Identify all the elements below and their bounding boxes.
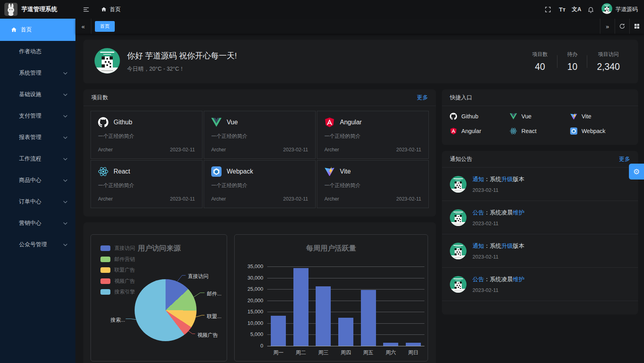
logo-area[interactable]: 芋道管理系统 <box>0 3 75 16</box>
tabs-scroll-left-button[interactable]: « <box>75 19 91 34</box>
tab-home[interactable]: 首页 <box>95 21 115 32</box>
pie-callout-label-4: 搜索... <box>104 317 125 324</box>
project-card-vite[interactable]: Vite一个正经的简介Archer2023-02-11 <box>317 160 429 208</box>
legend-label: 邮件营销 <box>114 256 135 263</box>
notice-item-0[interactable]: 通知：系统升级版本2023-02-11 <box>442 168 638 201</box>
quick-link-github[interactable]: Github <box>450 110 510 122</box>
sidebar-item-label: 公众号管理 <box>19 241 47 248</box>
notice-more-link[interactable]: 更多 <box>619 156 630 163</box>
project-card-webpack[interactable]: Webpack一个正经的简介Archer2023-02-11 <box>204 160 316 208</box>
sidebar-item-8[interactable]: 订单中心 <box>0 191 75 212</box>
notice-title: 公告：系统凌晨维护 <box>472 209 630 216</box>
tag-view-bar: « 首页 » <box>75 19 644 34</box>
quick-link-label: Github <box>461 113 478 120</box>
x-tick-label: 周日 <box>402 349 424 356</box>
grid-layout-icon[interactable] <box>629 19 644 34</box>
sidebar-item-9[interactable]: 营销中心 <box>0 212 75 234</box>
sidebar-item-0[interactable]: 首页 <box>0 19 75 41</box>
sidebar-item-label: 工作流程 <box>19 155 41 162</box>
bar-周五 <box>361 290 376 346</box>
bar-周四 <box>338 318 353 346</box>
qr-avatar <box>602 3 612 14</box>
notice-date: 2023-02-11 <box>472 287 630 293</box>
notice-item-1[interactable]: 公告：系统凌晨维护2023-02-11 <box>442 201 638 234</box>
legend-item-0[interactable]: 直接访问 <box>100 245 135 252</box>
y-tick-label: 10,000 <box>235 320 263 326</box>
home-icon <box>11 27 17 33</box>
chevron-down-icon <box>63 158 67 160</box>
username: 芋道源码 <box>615 6 638 13</box>
sidebar-item-7[interactable]: 商品中心 <box>0 170 75 191</box>
font-size-icon[interactable]: Tт <box>556 4 568 15</box>
legend-label: 视频广告 <box>114 278 135 285</box>
quick-entry-title: 快捷入口 <box>450 94 472 101</box>
sidebar-item-5[interactable]: 报表管理 <box>0 127 75 148</box>
stat-value: 2,340 <box>597 62 620 72</box>
y-tick-label: 25,000 <box>235 286 263 292</box>
project-card-react[interactable]: React一个正经的简介Archer2023-02-11 <box>91 160 202 208</box>
notice-date: 2023-02-11 <box>472 187 630 193</box>
breadcrumb[interactable]: 首页 <box>101 6 121 13</box>
user-menu[interactable]: 芋道源码 <box>602 3 638 15</box>
gridline <box>267 301 424 301</box>
stat-1: 待办10 <box>557 51 587 72</box>
legend-chip <box>100 257 110 262</box>
chevron-down-icon <box>63 72 67 75</box>
notice-item-2[interactable]: 通知：系统升级版本2023-02-11 <box>442 234 638 268</box>
projects-card-title: 项目数 <box>91 94 108 101</box>
pie-chart-user-source: 直接访问邮件营销联盟广告视频广告搜索引擎 用户访问来源 直接访问邮件...联盟.… <box>91 234 227 361</box>
react-icon <box>510 127 517 135</box>
notice-date: 2023-02-11 <box>472 254 630 260</box>
sidebar-item-label: 作者动态 <box>19 48 41 55</box>
tabs-scroll-right-button[interactable]: » <box>600 19 615 34</box>
project-card-vue[interactable]: Vue一个正经的简介Archer2023-02-11 <box>204 111 316 159</box>
vue-icon <box>510 113 517 120</box>
sidebar-item-label: 系统管理 <box>19 70 41 77</box>
chevron-down-icon <box>63 222 67 225</box>
project-card-github[interactable]: Github一个正经的简介Archer2023-02-11 <box>91 111 202 159</box>
sidebar-item-3[interactable]: 基础设施 <box>0 84 75 105</box>
x-axis-line <box>267 346 424 346</box>
quick-link-angular[interactable]: Angular <box>450 125 510 137</box>
project-date: 2023-02-11 <box>283 147 308 153</box>
user-qr-avatar <box>94 48 120 75</box>
chevron-down-icon <box>63 243 67 246</box>
legend-item-2[interactable]: 联盟广告 <box>100 266 135 274</box>
project-author: Archer <box>211 147 226 153</box>
project-card-angular[interactable]: Angular一个正经的简介Archer2023-02-11 <box>317 111 429 159</box>
qr-avatar <box>450 209 467 226</box>
project-desc: 一个正经的简介 <box>98 133 195 140</box>
quick-link-vue[interactable]: Vue <box>510 110 570 122</box>
project-author: Archer <box>98 147 113 153</box>
greeting-stats: 项目数40待办10项目访问2,340 <box>523 51 629 72</box>
webpack-icon <box>211 166 222 177</box>
notice-item-3[interactable]: 公告：系统凌晨维护2023-02-11 <box>442 268 638 301</box>
legend-item-4[interactable]: 搜索引擎 <box>100 288 135 295</box>
chevron-down-icon <box>63 179 67 182</box>
sidebar-item-4[interactable]: 支付管理 <box>0 105 75 127</box>
top-navbar: 芋道管理系统 首页 Tт 文A 芋道源码 <box>0 0 644 19</box>
gridline <box>267 266 424 267</box>
react-icon <box>98 166 108 177</box>
sidebar-item-10[interactable]: 公众号管理 <box>0 234 75 255</box>
refresh-icon[interactable] <box>615 19 629 34</box>
projects-more-link[interactable]: 更多 <box>417 94 428 101</box>
quick-link-webpack[interactable]: Webpack <box>570 125 630 137</box>
quick-link-vite[interactable]: Vite <box>570 110 630 122</box>
vite-icon <box>324 166 335 177</box>
github-icon <box>450 113 457 120</box>
settings-button[interactable]: ⚙ <box>629 164 644 180</box>
sidebar-item-2[interactable]: 系统管理 <box>0 62 75 84</box>
sidebar-item-6[interactable]: 工作流程 <box>0 148 75 170</box>
fullscreen-icon[interactable] <box>542 4 554 15</box>
bell-icon[interactable] <box>585 4 597 15</box>
sidebar-collapse-icon[interactable] <box>80 4 92 15</box>
quick-link-label: Webpack <box>582 128 605 134</box>
notice-date: 2023-02-11 <box>472 220 630 226</box>
notice-card-title: 通知公告 <box>450 156 472 163</box>
sidebar-item-1[interactable]: 作者动态 <box>0 41 75 62</box>
language-icon[interactable]: 文A <box>571 4 582 15</box>
legend-item-3[interactable]: 视频广告 <box>100 278 135 285</box>
legend-item-1[interactable]: 邮件营销 <box>100 256 135 263</box>
quick-link-react[interactable]: React <box>510 125 570 137</box>
